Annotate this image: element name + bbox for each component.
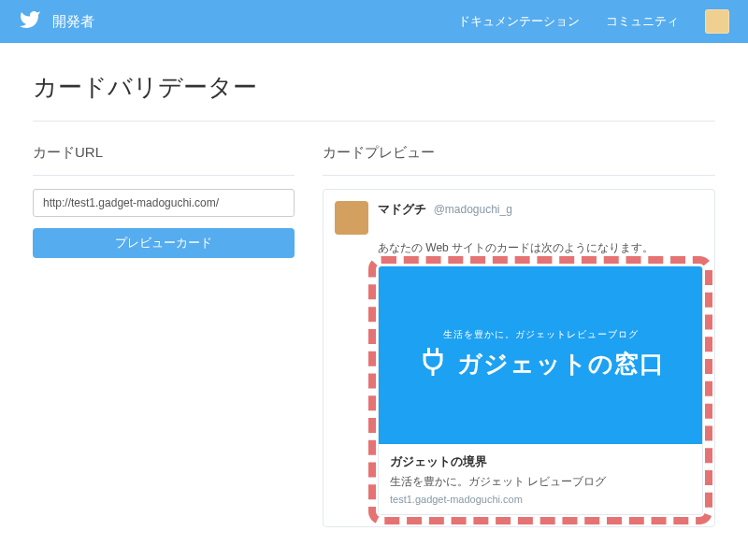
avatar[interactable]: [705, 9, 729, 34]
preview-button[interactable]: プレビューカード: [33, 228, 295, 258]
tweet-avatar: [335, 201, 368, 235]
tweet-text: あなたの Web サイトのカードは次のようになります。: [378, 240, 703, 256]
card-domain: test1.gadget-madoguchi.com: [390, 494, 691, 505]
twitter-card[interactable]: 生活を豊かに。ガジェットレビューブログ ガジェットの窓口 ガジェットの境界 生活…: [378, 266, 703, 515]
plug-icon: [416, 345, 450, 382]
section-title-preview: カードプレビュー: [323, 144, 715, 162]
section-title-url: カードURL: [33, 144, 295, 162]
url-input[interactable]: [33, 189, 295, 217]
card-image-subtitle: 生活を豊かに。ガジェットレビューブログ: [443, 328, 639, 341]
preview-box: マドグチ @madoguchi_g あなたの Web サイトのカードは次のように…: [323, 189, 715, 527]
card-description: 生活を豊かに。ガジェット レビューブログ: [390, 474, 691, 490]
card-url-section: カードURL プレビューカード: [33, 144, 295, 560]
brand-label[interactable]: 開発者: [52, 13, 94, 31]
card-image: 生活を豊かに。ガジェットレビューブログ ガジェットの窓口: [379, 266, 702, 444]
page-title: カードバリデーター: [33, 71, 715, 104]
nav-link-community[interactable]: コミュニティ: [606, 13, 679, 30]
card-preview-section: カードプレビュー マドグチ @madoguchi_g あなたの Web サイトの…: [323, 144, 715, 560]
top-nav: 開発者 ドキュメンテーション コミュニティ: [0, 0, 748, 43]
divider: [33, 121, 715, 122]
tweet-author-handle: @madoguchi_g: [434, 203, 512, 216]
card-title: ガジェットの境界: [390, 453, 691, 470]
twitter-icon: [19, 8, 41, 35]
tweet-author-name: マドグチ: [378, 202, 426, 216]
nav-link-docs[interactable]: ドキュメンテーション: [458, 13, 580, 30]
card-image-title: ガジェットの窓口: [457, 348, 665, 381]
